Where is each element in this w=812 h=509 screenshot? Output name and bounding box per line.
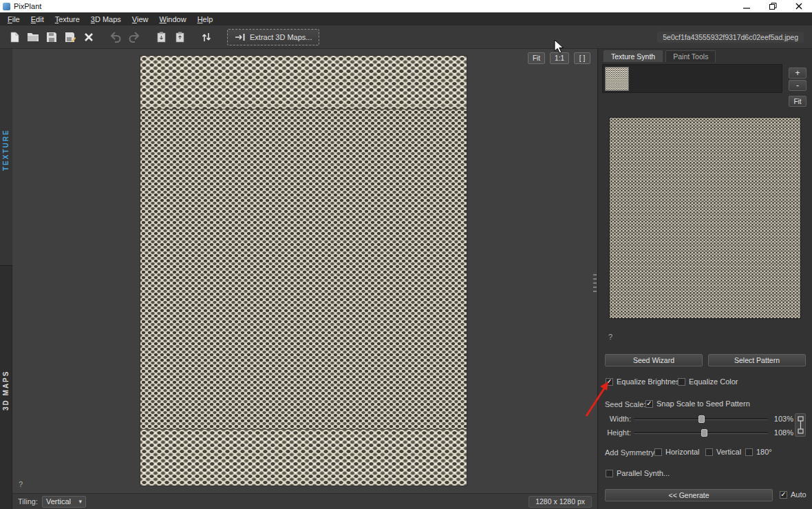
actual-size-button[interactable]: 1:1	[550, 52, 569, 64]
height-slider-row: Height: 108%	[598, 428, 812, 437]
menu-file[interactable]: File	[2, 14, 25, 25]
transfer-arrows-icon	[201, 32, 212, 43]
menu-help[interactable]: Help	[192, 14, 219, 25]
preview-fit-button[interactable]: Fit	[789, 96, 806, 107]
clipboard-paste-icon	[156, 32, 167, 43]
seed-preview-image[interactable]	[609, 117, 801, 319]
view-controls: Fit 1:1 [ ]	[528, 52, 590, 64]
height-label: Height:	[605, 428, 631, 437]
panel-tabs: Texture Synth Paint Tools	[603, 50, 716, 62]
menu-bar: File Edit Texture 3D Maps View Window He…	[0, 12, 812, 25]
copy-texture-button[interactable]	[171, 28, 189, 46]
height-slider-handle[interactable]	[701, 429, 707, 437]
link-width-height-button[interactable]	[795, 413, 806, 437]
menu-texture[interactable]: Texture	[50, 14, 85, 25]
symmetry-180-checkbox[interactable]	[745, 448, 753, 456]
menu-edit[interactable]: Edit	[25, 14, 50, 25]
symmetry-vertical-checkbox[interactable]	[705, 448, 713, 456]
width-value: 103%	[769, 415, 793, 423]
equalize-color-label: Equalize Color	[689, 377, 738, 386]
snap-scale-checkbox[interactable]: ✓	[645, 400, 653, 408]
add-symmetry-label: Add Symmetry:	[605, 448, 656, 457]
snap-scale-option: ✓ Snap Scale to Seed Pattern	[645, 399, 750, 408]
symmetry-horizontal-label: Horizontal	[665, 448, 700, 456]
remove-seed-button[interactable]: -	[789, 80, 806, 91]
save-button[interactable]	[43, 28, 61, 46]
tab-paint-tools[interactable]: Paint Tools	[665, 50, 716, 62]
close-icon	[795, 3, 802, 10]
seed-wizard-button[interactable]: Seed Wizard	[605, 354, 703, 366]
fit-view-button[interactable]: Fit	[528, 52, 545, 64]
title-bar: PixPlant	[0, 0, 812, 12]
parallel-synth-checkbox[interactable]	[606, 470, 613, 477]
texture-canvas: Fit 1:1 [ ] ?	[12, 49, 597, 493]
save-as-button[interactable]	[61, 28, 79, 46]
width-slider-track[interactable]	[634, 418, 768, 420]
height-slider-track[interactable]	[634, 432, 768, 434]
select-pattern-button[interactable]: Select Pattern	[708, 354, 806, 366]
extract-3d-maps-label: Extract 3D Maps...	[250, 33, 312, 41]
tiling-label: Tiling:	[18, 497, 38, 506]
minimize-button[interactable]	[734, 0, 760, 12]
tab-3d-maps-mode[interactable]: 3D MAPS	[2, 371, 10, 411]
equalize-color-checkbox[interactable]	[678, 378, 685, 386]
right-panel: Texture Synth Paint Tools + - Fit ? Seed…	[597, 49, 812, 509]
redo-button[interactable]	[125, 28, 143, 46]
extract-3d-maps-button[interactable]: Extract 3D Maps...	[227, 29, 319, 45]
tab-texture-synth[interactable]: Texture Synth	[603, 50, 663, 62]
close-x-icon	[84, 32, 94, 42]
equalize-brightness-label: Equalize Brightness	[617, 377, 683, 386]
menu-view[interactable]: View	[127, 14, 154, 25]
chevron-down-icon: ▾	[78, 498, 82, 505]
equalize-color-option: Equalize Color	[678, 377, 738, 386]
expand-view-button[interactable]: [ ]	[574, 52, 590, 64]
open-file-button[interactable]	[24, 28, 42, 46]
symmetry-vertical-option: Vertical	[705, 448, 741, 456]
generate-button[interactable]: << Generate	[605, 489, 773, 501]
restore-icon	[769, 3, 777, 10]
chain-link-icon	[797, 416, 804, 434]
extract-arrow-icon	[235, 33, 246, 41]
undo-icon	[109, 32, 122, 43]
seed-thumbnail[interactable]	[605, 67, 629, 91]
width-slider-handle[interactable]	[698, 415, 705, 423]
auto-label: Auto	[791, 490, 806, 499]
texture-tile-band-top	[140, 56, 467, 109]
menu-3d-maps[interactable]: 3D Maps	[85, 14, 127, 25]
menu-window[interactable]: Window	[153, 14, 191, 25]
tiling-dropdown[interactable]: Vertical ▾	[42, 496, 86, 508]
parallel-synth-label: Parallel Synth...	[617, 469, 670, 477]
tiling-value: Vertical	[46, 497, 71, 506]
panel-splitter-handle[interactable]	[593, 273, 597, 292]
width-label: Width:	[605, 415, 631, 423]
status-bar: Tiling: Vertical ▾ 1280 x 1280 px	[12, 493, 597, 509]
auto-checkbox[interactable]: ✓	[780, 491, 787, 499]
add-seed-button[interactable]: +	[789, 67, 806, 79]
save-as-icon	[65, 32, 76, 43]
close-button[interactable]	[786, 0, 812, 12]
canvas-help-icon[interactable]: ?	[19, 480, 23, 488]
texture-tile-main	[140, 110, 467, 429]
symmetry-180-option: 180°	[745, 448, 772, 456]
close-project-button[interactable]	[80, 28, 98, 46]
paste-seed-button[interactable]	[152, 28, 170, 46]
app-icon	[3, 3, 10, 10]
texture-image[interactable]	[140, 56, 467, 486]
tab-texture-mode[interactable]: TEXTURE	[2, 129, 10, 171]
texture-size-display: 1280 x 1280 px	[528, 496, 592, 508]
equalize-brightness-checkbox[interactable]: ✓	[606, 378, 613, 386]
symmetry-horizontal-checkbox[interactable]	[654, 448, 662, 456]
symmetry-horizontal-option: Horizontal	[654, 448, 700, 456]
panel-help-icon[interactable]: ?	[608, 333, 612, 341]
new-file-icon	[9, 32, 20, 43]
symmetry-180-label: 180°	[756, 448, 772, 456]
restore-button[interactable]	[760, 0, 786, 12]
transfer-views-button[interactable]	[197, 28, 215, 46]
minimize-icon	[743, 3, 750, 10]
auto-generate-option: ✓ Auto	[780, 490, 806, 499]
parallel-synth-option: Parallel Synth...	[606, 469, 670, 477]
seed-thumbnail-strip	[602, 64, 782, 93]
undo-button[interactable]	[107, 28, 125, 46]
new-file-button[interactable]	[6, 28, 23, 46]
open-filename: 5e0cf1fa43555932f9317d6c02eef5ad.jpeg	[657, 32, 804, 43]
